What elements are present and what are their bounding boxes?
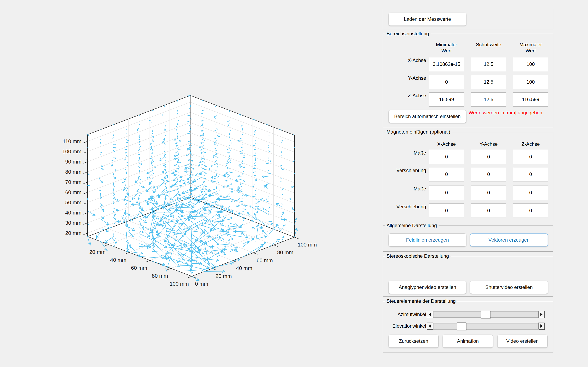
right-triangle-icon: [540, 313, 543, 316]
magnet2-offset-y-input[interactable]: [471, 203, 506, 218]
magnet1-dims-x-input[interactable]: [429, 150, 464, 164]
quiver3d-plot: 20 mm30 mm40 mm50 mm60 mm70 mm80 mm90 mm…: [0, 0, 382, 367]
range-y-max-input[interactable]: [513, 75, 548, 89]
generate-fieldlines-button[interactable]: Feldlinien erzeugen: [389, 234, 466, 247]
create-video-button[interactable]: Video erstellen: [497, 334, 548, 348]
load-panel: Laden der Messwerte: [383, 9, 553, 29]
tick-label: 50 mm: [65, 200, 81, 206]
range-z-max-input[interactable]: [513, 92, 548, 107]
tick-label: 20 mm: [89, 249, 105, 255]
tick-label: 40 mm: [110, 257, 126, 263]
row-label-offset-2: Verschiebung: [389, 204, 426, 210]
view-controls-panel: Steuerelemente der Darstellung Azimutwin…: [383, 301, 553, 353]
row-label-offset-1: Verschiebung: [389, 167, 426, 173]
azimuth-slider-right-arrow[interactable]: [538, 311, 545, 318]
row-label-x-axis: X-Achse: [389, 58, 426, 63]
tick-label: 20 mm: [216, 273, 232, 279]
column-header-max: MaximalerWert: [506, 42, 555, 54]
elevation-slider-left-arrow[interactable]: [427, 323, 433, 329]
range-y-step-input[interactable]: [471, 75, 506, 89]
magnet1-dims-y-input[interactable]: [471, 150, 506, 164]
column-header-z: Z-Achse: [506, 141, 555, 147]
row-label-z-axis: Z-Achse: [389, 93, 426, 99]
tick-label: 60 mm: [257, 257, 273, 263]
left-triangle-icon: [429, 313, 431, 316]
tick-label: 80 mm: [277, 249, 293, 256]
panel-title: Allgemeine Darstellung: [385, 222, 439, 229]
azimuth-slider[interactable]: [427, 311, 545, 318]
magnet1-offset-z-input[interactable]: [513, 167, 548, 182]
tick-label: 110 mm: [63, 138, 81, 144]
auto-range-button[interactable]: Bereich automatisch einstellen: [389, 110, 466, 123]
shutter-video-button[interactable]: Shuttervideo erstellen: [470, 281, 548, 294]
panel-title: Bereichseinstellung: [385, 31, 431, 37]
tick-label: 30 mm: [65, 220, 81, 226]
panel-title: Steuerelemente der Darstellung: [385, 298, 457, 304]
load-measurements-button[interactable]: Laden der Messwerte: [389, 13, 466, 26]
column-header-step: Schrittweite: [464, 42, 513, 48]
magnets-panel: Magneten einfügen (optional) X-Achse Y-A…: [383, 132, 553, 221]
elevation-slider-track[interactable]: [433, 323, 538, 329]
range-z-min-input[interactable]: [429, 92, 464, 107]
row-label-y-axis: Y-Achse: [389, 75, 426, 81]
magnet1-offset-x-input[interactable]: [429, 167, 464, 182]
stereo-panel: Stereoskopische Darstellung Anaglyphenvi…: [383, 256, 553, 297]
tick-label: 40 mm: [236, 265, 252, 271]
tick-label: 40 mm: [65, 210, 81, 216]
column-header-min: MinimalerWert: [422, 42, 471, 54]
tick-label: 100 mm: [62, 149, 81, 155]
magnet1-offset-y-input[interactable]: [471, 167, 506, 182]
panel-title: Magneten einfügen (optional): [385, 129, 452, 135]
tick-label: 0 mm: [195, 281, 208, 287]
animation-button[interactable]: Animation: [443, 334, 493, 348]
row-label-dims-1: Maße: [389, 150, 426, 156]
range-x-min-input[interactable]: [429, 57, 464, 71]
magnet1-dims-z-input[interactable]: [513, 150, 548, 164]
elevation-slider-right-arrow[interactable]: [538, 323, 545, 329]
app-window: { "figure": { "background": "#f0f0f0" },…: [0, 0, 588, 367]
magnet2-offset-z-input[interactable]: [513, 203, 548, 218]
units-note: Werte werden in [mm] angegeben: [468, 110, 542, 116]
azimuth-slider-thumb[interactable]: [481, 311, 490, 318]
range-x-step-input[interactable]: [471, 57, 506, 71]
column-header-y: Y-Achse: [464, 141, 513, 147]
row-label-dims-2: Maße: [389, 186, 426, 192]
tick-label: 70 mm: [65, 179, 81, 185]
tick-label: 20 mm: [65, 230, 81, 236]
panel-title: Stereoskopische Darstellung: [385, 253, 450, 259]
range-z-step-input[interactable]: [471, 92, 506, 107]
range-y-min-input[interactable]: [429, 75, 464, 89]
magnet2-dims-x-input[interactable]: [429, 185, 464, 200]
reset-button[interactable]: Zurücksetzen: [389, 334, 439, 348]
general-display-panel: Allgemeine Darstellung Feldlinien erzeug…: [383, 225, 553, 252]
tick-label: 100 mm: [170, 281, 189, 287]
azimuth-slider-label: Azimutwinkel: [389, 312, 426, 317]
tick-label: 100 mm: [298, 242, 317, 248]
azimuth-slider-left-arrow[interactable]: [427, 311, 433, 318]
right-triangle-icon: [540, 324, 543, 328]
magnet2-dims-z-input[interactable]: [513, 185, 548, 200]
range-settings-panel: Bereichseinstellung MinimalerWert Schrit…: [383, 34, 553, 127]
elevation-slider-label: Elevationwinkel: [389, 323, 426, 329]
magnet2-dims-y-input[interactable]: [471, 185, 506, 200]
tick-label: 80 mm: [65, 169, 81, 175]
tick-label: 60 mm: [131, 265, 147, 271]
elevation-slider[interactable]: [427, 323, 545, 329]
left-triangle-icon: [429, 324, 431, 328]
tick-label: 80 mm: [152, 273, 168, 279]
elevation-slider-thumb[interactable]: [457, 322, 466, 330]
generate-vectors-button[interactable]: Vektoren erzeugen: [470, 234, 548, 247]
tick-label: 60 mm: [65, 189, 81, 195]
column-header-x: X-Achse: [422, 141, 471, 147]
range-x-max-input[interactable]: [513, 57, 548, 71]
tick-label: 90 mm: [65, 159, 81, 165]
anaglyph-video-button[interactable]: Anaglyphenvideo erstellen: [389, 281, 466, 294]
magnet2-offset-x-input[interactable]: [429, 203, 464, 218]
